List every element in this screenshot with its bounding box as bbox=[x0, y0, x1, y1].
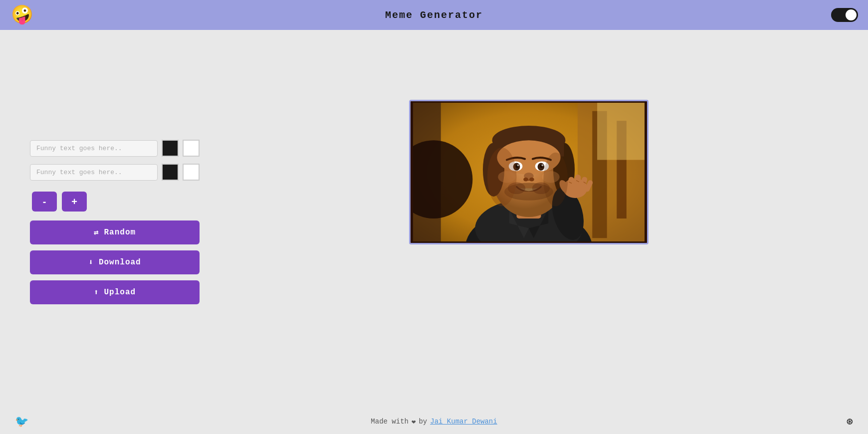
toggle-knob bbox=[846, 9, 857, 20]
download-label: Download bbox=[99, 258, 141, 267]
download-icon: ⬇ bbox=[88, 257, 94, 267]
download-button[interactable]: ⬇ Download bbox=[30, 250, 200, 274]
shuffle-icon: ⇄ bbox=[94, 227, 99, 237]
add-text-button[interactable]: + bbox=[62, 192, 87, 212]
meme-image bbox=[411, 101, 647, 243]
header: 🤪 Meme Generator bbox=[0, 0, 868, 30]
svg-rect-6 bbox=[597, 101, 646, 160]
footer-credits: Made with ❤ by Jai Kumar Dewani bbox=[371, 418, 497, 426]
random-button[interactable]: ⇄ Random bbox=[30, 220, 200, 244]
text-input-2[interactable] bbox=[30, 164, 158, 181]
bg-color-picker-2[interactable] bbox=[183, 164, 200, 181]
text-color-picker-2[interactable] bbox=[162, 164, 179, 181]
troll-face-icon: 🤪 bbox=[11, 4, 33, 26]
svg-point-26 bbox=[541, 164, 543, 166]
remove-text-button[interactable]: - bbox=[32, 192, 57, 212]
text-row-1 bbox=[30, 140, 200, 157]
svg-point-28 bbox=[523, 178, 528, 182]
text-input-1[interactable] bbox=[30, 140, 158, 157]
heart-icon: ❤ bbox=[412, 418, 416, 426]
svg-point-46 bbox=[543, 153, 568, 207]
svg-point-29 bbox=[529, 178, 534, 182]
svg-point-45 bbox=[487, 148, 517, 207]
footer: 🐦 Made with ❤ by Jai Kumar Dewani ⊛ bbox=[0, 409, 868, 434]
meme-image-container bbox=[409, 100, 649, 244]
svg-point-22 bbox=[517, 164, 519, 166]
dark-mode-toggle[interactable] bbox=[831, 8, 858, 22]
upload-icon: ⬆ bbox=[94, 287, 99, 297]
made-with-text: Made with bbox=[371, 418, 409, 426]
logo: 🤪 bbox=[10, 3, 34, 27]
random-label: Random bbox=[104, 228, 136, 237]
github-icon[interactable]: ⊛ bbox=[847, 415, 853, 429]
by-text: by bbox=[419, 418, 427, 426]
upload-label: Upload bbox=[104, 288, 136, 297]
bg-color-picker-1[interactable] bbox=[183, 140, 200, 157]
left-panel: - + ⇄ Random ⬇ Download ⬆ Upload bbox=[30, 70, 200, 389]
meme-area bbox=[219, 70, 838, 389]
author-link[interactable]: Jai Kumar Dewani bbox=[430, 418, 497, 426]
text-color-picker-1[interactable] bbox=[162, 140, 179, 157]
twitter-icon[interactable]: 🐦 bbox=[15, 415, 28, 429]
main-content: - + ⇄ Random ⬇ Download ⬆ Upload bbox=[0, 30, 868, 409]
app-title: Meme Generator bbox=[385, 9, 483, 21]
upload-button[interactable]: ⬆ Upload bbox=[30, 280, 200, 304]
increment-row: - + bbox=[30, 192, 200, 212]
text-row-2 bbox=[30, 164, 200, 181]
